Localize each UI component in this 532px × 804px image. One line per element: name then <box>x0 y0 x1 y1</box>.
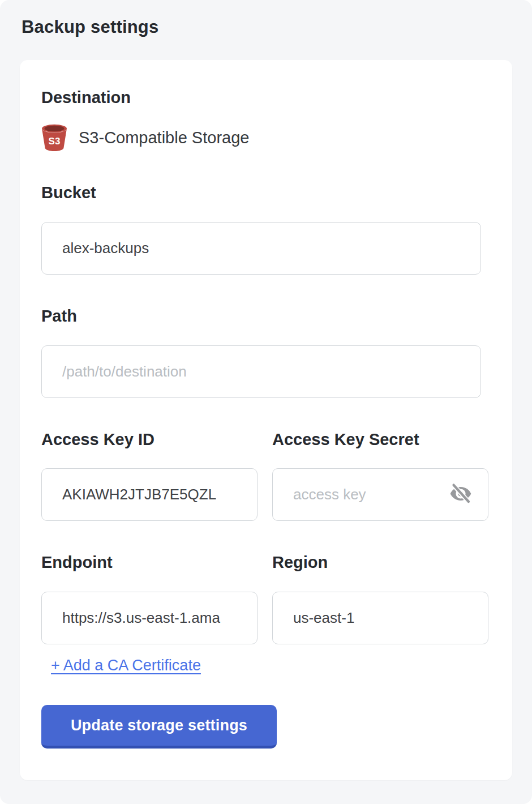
endpoint-label: Endpoint <box>41 553 258 572</box>
svg-text:S3: S3 <box>49 136 61 147</box>
destination-value: S3-Compatible Storage <box>79 129 249 147</box>
path-label: Path <box>41 306 490 326</box>
region-input[interactable] <box>272 592 488 644</box>
update-storage-settings-button[interactable]: Update storage settings <box>41 705 277 749</box>
bucket-label: Bucket <box>41 183 490 203</box>
backup-settings-card: Destination S3 S3-Compatible Storage Buc… <box>20 60 512 780</box>
destination-heading: Destination <box>41 88 490 107</box>
endpoint-field: Endpoint <box>41 521 258 644</box>
add-ca-certificate-link[interactable]: + Add a CA Certificate <box>51 657 201 674</box>
backup-settings-page: Backup settings Destination S3 S3-Compat… <box>0 0 532 804</box>
destination-row: S3 S3-Compatible Storage <box>41 124 490 151</box>
bucket-input[interactable] <box>41 222 481 275</box>
access-keys-row: Access Key ID Access Key Secret <box>41 398 490 521</box>
s3-bucket-icon: S3 <box>41 124 67 151</box>
region-field: Region <box>272 521 488 644</box>
path-input[interactable] <box>41 345 481 398</box>
endpoint-input[interactable] <box>41 592 258 644</box>
toggle-secret-visibility-button[interactable] <box>448 482 474 508</box>
access-key-id-input[interactable] <box>41 468 258 521</box>
page-title: Backup settings <box>0 0 532 37</box>
eye-off-icon <box>448 481 473 508</box>
access-key-secret-input-wrap <box>272 468 488 521</box>
region-label: Region <box>272 553 488 572</box>
endpoint-region-row: Endpoint Region <box>41 521 490 644</box>
access-key-id-field: Access Key ID <box>41 398 258 521</box>
access-key-secret-label: Access Key Secret <box>272 430 488 450</box>
access-key-id-label: Access Key ID <box>41 430 258 450</box>
access-key-secret-field: Access Key Secret <box>272 398 488 521</box>
